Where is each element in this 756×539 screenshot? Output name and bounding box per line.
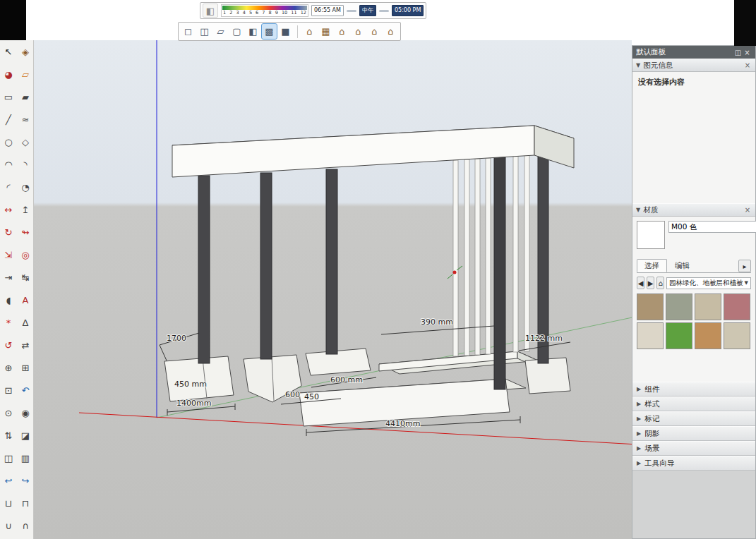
eraser-tool[interactable]: ▱ [17, 63, 34, 85]
zoom-tool[interactable]: ⊕ [0, 356, 17, 379]
front-view-button[interactable]: ⌂ [335, 24, 349, 39]
protractor-tool[interactable]: ◖ [0, 289, 17, 311]
two-point-arc-tool[interactable]: ◝ [17, 153, 34, 176]
close-entity-info-icon[interactable]: × [743, 61, 752, 69]
xray-mode-button[interactable]: ◻ [181, 24, 196, 39]
move-tool[interactable]: ↔ [0, 198, 17, 221]
materials-header[interactable]: ▼ 材质 × [632, 203, 755, 217]
arc-tool[interactable]: ◠ [0, 153, 17, 176]
position-camera-tool[interactable]: ⊙ [0, 401, 17, 424]
orbit-tool[interactable]: ↺ [0, 334, 17, 356]
tape-measure-tool[interactable]: ⇥ [0, 266, 17, 289]
circle-tool[interactable]: ○ [0, 131, 17, 153]
date-slider[interactable]: 123456789101112 [221, 4, 308, 17]
line-tool[interactable]: ╱ [0, 108, 17, 131]
wireframe-mode-button[interactable]: ▱ [213, 24, 228, 39]
select-tool[interactable]: ↖ [0, 40, 17, 63]
walk-tool[interactable]: ⇅ [0, 424, 17, 447]
time-slider-track[interactable] [347, 10, 356, 12]
push-pull-tool[interactable]: ↥ [17, 198, 34, 221]
polygon-tool[interactable]: ◇ [17, 131, 34, 153]
close-icon[interactable]: × [743, 49, 752, 56]
month-label: 7 [262, 10, 265, 16]
swatch-fence-wood[interactable] [724, 322, 750, 349]
pie-tool[interactable]: ◔ [17, 176, 34, 198]
swatch-stone-red[interactable] [724, 293, 750, 320]
rectangle-tool[interactable]: ▭ [0, 85, 17, 108]
time-start-display[interactable]: 06:55 AM [311, 5, 344, 16]
scale-tool[interactable]: ⇲ [0, 243, 17, 266]
section-tags[interactable]: ▶ 标记 [632, 411, 755, 426]
rotate-tool[interactable]: ↻ [0, 221, 17, 243]
zoom-window-tool[interactable]: ⊞ [17, 356, 34, 379]
swatch-gravel-gray[interactable] [666, 293, 692, 320]
3d-text-tool[interactable]: Δ [17, 311, 34, 334]
forward-icon[interactable]: ▶ [647, 277, 654, 289]
axes-tool[interactable]: * [0, 311, 17, 334]
material-preview[interactable] [637, 221, 665, 249]
time-end-display[interactable]: 05:00 PM [392, 5, 424, 16]
close-materials-icon[interactable]: × [743, 206, 752, 214]
back-edges-mode-button[interactable]: ◫ [197, 24, 212, 39]
entity-info-header[interactable]: ▼ 图元信息 × [632, 59, 755, 72]
section-instructor[interactable]: ▶ 工具向导 [632, 456, 755, 471]
details-arrow-button[interactable]: ▸ [738, 260, 751, 272]
time-slider-track[interactable] [379, 10, 389, 12]
swatch-gravel-brown[interactable] [637, 293, 664, 320]
zoom-previous-tool[interactable]: ↶ [17, 379, 34, 401]
right-view-button[interactable]: ⌂ [351, 24, 366, 39]
swatch-pebbles[interactable] [695, 293, 721, 320]
iso-view-button[interactable]: ⌂ [302, 24, 317, 39]
swatch-mulch-tan[interactable] [695, 322, 721, 349]
intersect-tool[interactable]: ⊓ [17, 492, 34, 514]
section-styles[interactable]: ▶ 样式 [632, 396, 755, 411]
make-component-tool[interactable]: ◈ [17, 40, 34, 63]
chevron-right-icon: ▶ [637, 460, 641, 466]
material-category-dropdown[interactable]: 园林绿化、地被层和植被 ▼ [666, 277, 751, 289]
paint-bucket-tool[interactable]: ◕ [0, 63, 17, 85]
follow-me-tool[interactable]: ↬ [17, 221, 34, 243]
left-view-button[interactable]: ⌂ [383, 24, 398, 39]
rotated-rectangle-tool[interactable]: ▰ [17, 85, 34, 108]
in-model-icon[interactable]: ⌂ [656, 277, 664, 289]
text-tool[interactable]: A [17, 289, 34, 311]
viewport-canvas[interactable]: 1700 450 mm 1400mm 600 mm 600 450 4410mm… [34, 40, 632, 539]
section-plane-tool[interactable]: ◪ [17, 424, 34, 447]
monochrome-mode-button[interactable]: ■ [278, 24, 293, 39]
section-shadows[interactable]: ▶ 阴影 [632, 426, 755, 441]
top-view-button[interactable]: ▦ [318, 24, 333, 39]
tab-select[interactable]: 选择 [637, 259, 667, 272]
dimension-label: 600 mm [330, 375, 363, 384]
tray-title-bar[interactable]: 默认面板 ◫ × [632, 46, 755, 59]
three-point-arc-tool[interactable]: ◜ [0, 176, 17, 198]
chevron-right-icon: ▶ [637, 445, 641, 452]
section-components[interactable]: ▶ 组件 [632, 382, 755, 396]
material-name-field[interactable] [668, 221, 756, 233]
offset-tool[interactable]: ◎ [17, 243, 34, 266]
section-scenes[interactable]: ▶ 场景 [632, 441, 755, 456]
freehand-tool[interactable]: ≈ [17, 108, 34, 131]
noon-label: 中午 [359, 5, 376, 16]
shaded-textures-mode-button[interactable]: ▩ [262, 24, 277, 39]
dimension-tool[interactable]: ↹ [17, 266, 34, 289]
zoom-extents-tool[interactable]: ⊡ [0, 379, 17, 401]
undo-button[interactable]: ↩ [0, 469, 17, 492]
panel-empty-area [632, 471, 755, 538]
swatch-grass-green[interactable] [666, 322, 692, 349]
swatch-pavers-white[interactable] [637, 322, 664, 349]
pin-icon[interactable]: ◫ [733, 49, 743, 56]
tab-edit[interactable]: 编辑 [667, 259, 697, 272]
back-icon[interactable]: ◀ [637, 277, 644, 289]
pan-tool[interactable]: ⇄ [17, 334, 34, 356]
shadow-toggle-button[interactable]: ◧ [203, 4, 218, 18]
hidden-line-mode-button[interactable]: ▢ [229, 24, 244, 39]
section-fill-button[interactable]: ◫ [0, 447, 17, 469]
look-around-tool[interactable]: ◉ [17, 401, 34, 424]
shaded-mode-button[interactable]: ◧ [246, 24, 260, 39]
subtract-tool[interactable]: ∩ [17, 514, 34, 537]
back-view-button[interactable]: ⌂ [367, 24, 382, 39]
outer-shell-tool[interactable]: ⊔ [0, 492, 17, 514]
union-tool[interactable]: ∪ [0, 514, 17, 537]
section-display-button[interactable]: ▥ [17, 447, 34, 469]
redo-button[interactable]: ↪ [17, 469, 34, 492]
